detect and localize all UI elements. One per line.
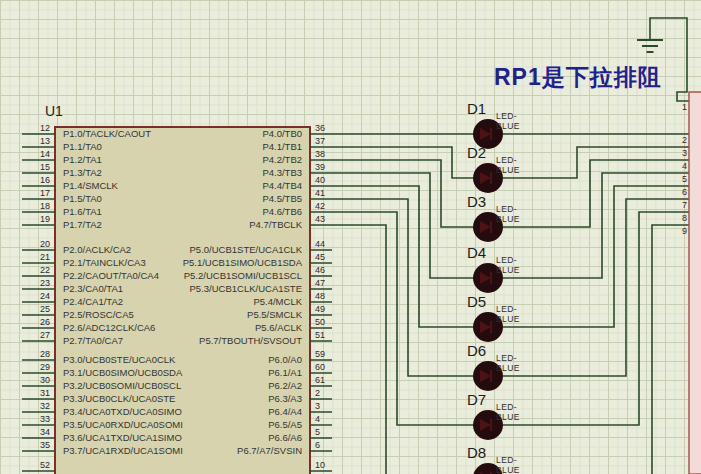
led-model-label: LED-BLUE bbox=[496, 402, 520, 422]
pin-number-right: 4 bbox=[315, 414, 320, 424]
pin-row: 12 P1.0/TACLK/CAOUT P4.0/TB0 36 bbox=[0, 127, 701, 140]
pin-number-left: 18 bbox=[18, 201, 50, 211]
pin-label-right: P5.3/UCB1CLK/UCA1STE bbox=[190, 282, 302, 295]
pin-number-right: 36 bbox=[315, 123, 325, 133]
pin-group-p1-p4: 12 P1.0/TACLK/CAOUT P4.0/TB0 36 13 P1.1/… bbox=[0, 127, 701, 231]
pin-label-left: P2.0/ACLK/CA2 bbox=[63, 243, 131, 256]
pin-number-right: 51 bbox=[315, 330, 325, 340]
pin-number-right: 37 bbox=[315, 136, 325, 146]
pin-number-left: 22 bbox=[18, 265, 50, 275]
pin-row: 22 P2.2/CAOUT/TA0/CA4 P5.2/UCB1SOMI/UCB1… bbox=[0, 269, 701, 282]
pin-row: 18 P1.6/TA1 P4.6/TB6 42 bbox=[0, 205, 701, 218]
pin-label-right: P6.5/A5 bbox=[268, 418, 302, 431]
mcu-ref-label: U1 bbox=[45, 103, 63, 119]
pin-row: 35 P3.7/UCA1RXD/UCA1SOMI P6.7/A7/SVSIN 6 bbox=[0, 444, 701, 457]
pin-label-right: P4.3/TB3 bbox=[262, 166, 302, 179]
rp1-pin-number: 2 bbox=[682, 135, 687, 145]
pin-label-right: P4.1/TB1 bbox=[262, 140, 302, 153]
led-ref-label: D8 bbox=[467, 444, 486, 461]
pin-label-right: P6.6/A6 bbox=[268, 431, 302, 444]
pin-label-left: P1.2/TA1 bbox=[63, 153, 102, 166]
led-model-label: LED-BLUE bbox=[496, 353, 520, 373]
pin-label-left: P3.1/UCB0SIMO/UCB0SDA bbox=[63, 366, 182, 379]
pin-row: 32 P3.4/UCA0TXD/UCA0SIMO P6.4/A4 3 bbox=[0, 405, 701, 418]
pin-label-left: P1.7/TA2 bbox=[63, 218, 102, 231]
pin-number-left: 15 bbox=[18, 162, 50, 172]
pin-label-right: P6.1/A1 bbox=[268, 366, 302, 379]
pin-label-right: P5.4/MCLK bbox=[253, 295, 302, 308]
pin-number-right: 41 bbox=[315, 188, 325, 198]
pin-label-right: P4.7/TBCLK bbox=[249, 218, 302, 231]
pin-number-right: 10 bbox=[315, 460, 325, 470]
pin-number-right: 2 bbox=[315, 388, 320, 398]
led-model-label: LED-BLUE bbox=[496, 111, 520, 131]
rp1-pin-number: 7 bbox=[682, 200, 687, 210]
led-model-label: LED-BLUE bbox=[496, 204, 520, 224]
pin-number-right: 59 bbox=[315, 349, 325, 359]
pin-label-right: P6.0/A0 bbox=[268, 353, 302, 366]
pin-label-left: P1.1/TA0 bbox=[63, 140, 102, 153]
pin-label-right: P5.2/UCB1SOMI/UCB1SCL bbox=[184, 269, 302, 282]
pin-number-left: 35 bbox=[18, 440, 50, 450]
led-model-label: LED-BLUE bbox=[496, 455, 520, 474]
pin-number-left: 32 bbox=[18, 401, 50, 411]
pin-group-p3-p6: 28 P3.0/UCB0STE/UCA0CLK P6.0/A0 59 29 P3… bbox=[0, 353, 701, 457]
pin-number-left: 25 bbox=[18, 304, 50, 314]
pin-label-right: P6.7/A7/SVSIN bbox=[237, 444, 302, 457]
pin-label-right: P4.5/TB5 bbox=[262, 192, 302, 205]
led-ref-label: D5 bbox=[467, 293, 486, 310]
pin-number-left: 16 bbox=[18, 175, 50, 185]
pin-number-right: 61 bbox=[315, 375, 325, 385]
pin-label-right: P5.7/TBOUTH/SVSOUT bbox=[199, 334, 302, 347]
pin-number-right: 46 bbox=[315, 265, 325, 275]
pin-row: 29 P3.1/UCB0SIMO/UCB0SDA P6.1/A1 60 bbox=[0, 366, 701, 379]
pin-number-left: 12 bbox=[18, 123, 50, 133]
led-ref-label: D6 bbox=[467, 342, 486, 359]
pin-row: 13 P1.1/TA0 P4.1/TB1 37 bbox=[0, 140, 701, 153]
pin-label-left: P3.0/UCB0STE/UCA0CLK bbox=[63, 353, 175, 366]
pin-row: 30 P3.2/UCB0SOMI/UCB0SCL P6.2/A2 61 bbox=[0, 379, 701, 392]
rp1-pin-number: 9 bbox=[682, 226, 687, 236]
pin-label-left: P1.3/TA2 bbox=[63, 166, 102, 179]
led-model-label: LED-BLUE bbox=[496, 304, 520, 324]
pin-number-left: 13 bbox=[18, 136, 50, 146]
pin-number-right: 6 bbox=[315, 440, 320, 450]
led-model-label: LED-BLUE bbox=[496, 255, 520, 275]
pin-label-left: P3.4/UCA0TXD/UCA0SIMO bbox=[63, 405, 182, 418]
pin-row: 31 P3.3/UCB0CLK/UCA0STE P6.3/A3 2 bbox=[0, 392, 701, 405]
led-ref-label: D1 bbox=[467, 100, 486, 117]
pin-row: 19 P1.7/TA2 P4.7/TBCLK 43 bbox=[0, 218, 701, 231]
pin-number-right: 42 bbox=[315, 201, 325, 211]
pin-label-left: P3.2/UCB0SOMI/UCB0SCL bbox=[63, 379, 181, 392]
pin-label-left: P1.0/TACLK/CAOUT bbox=[63, 127, 151, 140]
ground-icon[interactable] bbox=[637, 40, 663, 52]
rp1-pin-number: 1 bbox=[682, 102, 687, 112]
pin-label-right: P5.5/SMCLK bbox=[247, 308, 302, 321]
pin-row: 34 P3.6/UCA1TXD/UCA1SIMO P6.6/A6 5 bbox=[0, 431, 701, 444]
pin-number-right: 60 bbox=[315, 362, 325, 372]
pin-label-left: P1.5/TA0 bbox=[63, 192, 102, 205]
pin-number-left: 34 bbox=[18, 427, 50, 437]
rp1-pin-number: 6 bbox=[682, 187, 687, 197]
rp1-pin-number: 3 bbox=[682, 148, 687, 158]
schematic-canvas: U1 RP1是下拉排阻 12 P1.0/TACLK/CAOUT P4.0/TB0… bbox=[0, 0, 701, 474]
led-ref-label: D3 bbox=[467, 193, 486, 210]
pin-number-right: 49 bbox=[315, 304, 325, 314]
pin-number-left: 52 bbox=[18, 460, 50, 470]
pin-label-right: P4.4/TB4 bbox=[262, 179, 302, 192]
pin-number-right: 43 bbox=[315, 214, 325, 224]
pin-row: 20 P2.0/ACLK/CA2 P5.0/UCB1STE/UCA1CLK 44 bbox=[0, 243, 701, 256]
pin-row: 15 P1.3/TA2 P4.3/TB3 39 bbox=[0, 166, 701, 179]
note-text: RP1是下拉排阻 bbox=[494, 62, 662, 93]
pin-label-right: P6.2/A2 bbox=[268, 379, 302, 392]
pin-label-left: P1.4/SMCLK bbox=[63, 179, 118, 192]
pin-number-right: 48 bbox=[315, 291, 325, 301]
pin-label-right: P4.6/TB6 bbox=[262, 205, 302, 218]
pin-row: 28 P3.0/UCB0STE/UCA0CLK P6.0/A0 59 bbox=[0, 353, 701, 366]
pin-number-left: 23 bbox=[18, 278, 50, 288]
pin-label-left: P2.6/ADC12CLK/CA6 bbox=[63, 321, 155, 334]
pin-number-left: 19 bbox=[18, 214, 50, 224]
pin-label-left: P2.3/CA0/TA1 bbox=[63, 282, 123, 295]
pin-number-left: 14 bbox=[18, 149, 50, 159]
pin-label-right: P6.4/A4 bbox=[268, 405, 302, 418]
